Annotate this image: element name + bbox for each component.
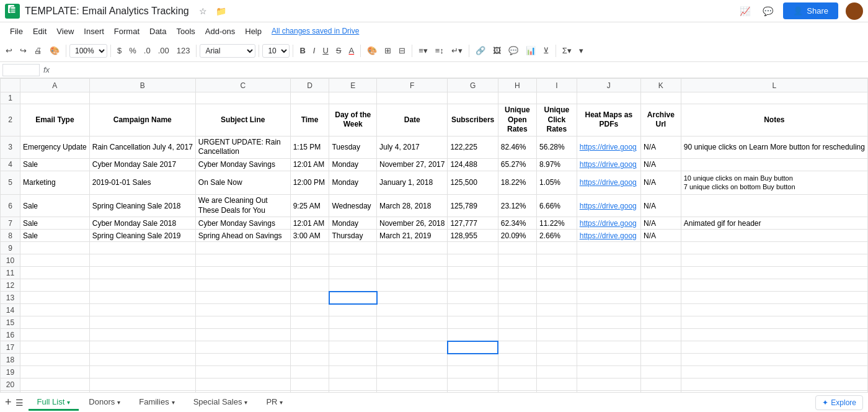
cell-e4[interactable]: Monday	[329, 158, 377, 171]
explore-button[interactable]: ✦ Explore	[815, 395, 863, 410]
cell-empty-10-11[interactable]	[640, 254, 681, 267]
cell-d4[interactable]: 12:01 AM	[290, 158, 329, 171]
cell-i3[interactable]: 56.28%	[536, 136, 577, 158]
cell-empty-13-1[interactable]	[20, 292, 90, 304]
cell-c4[interactable]: Cyber Monday Savings	[195, 158, 290, 171]
cell-empty-18-8[interactable]	[498, 354, 536, 366]
cell-empty-21-10[interactable]	[577, 391, 640, 392]
cell-empty-9-3[interactable]	[195, 242, 290, 254]
cell-h7[interactable]: 62.34%	[498, 217, 536, 230]
cell-h6[interactable]: 23.12%	[498, 194, 536, 217]
cell-empty-14-1[interactable]	[20, 304, 90, 316]
header-date[interactable]: Date	[377, 104, 448, 137]
cell-empty-17-10[interactable]	[577, 341, 640, 354]
cell-empty-13-5[interactable]	[329, 292, 377, 304]
cell-empty-14-11[interactable]	[640, 304, 681, 316]
cell-empty-16-8[interactable]	[498, 329, 536, 341]
cell-e8[interactable]: Thursday	[329, 230, 377, 242]
cell-g4[interactable]: 124,488	[448, 158, 498, 171]
merge-button[interactable]: ⊟	[396, 44, 409, 57]
menu-file[interactable]: File	[5, 25, 28, 37]
cell-empty-13-2[interactable]	[89, 292, 195, 304]
cell-e6[interactable]: Wednesday	[329, 194, 377, 217]
cell-empty-19-10[interactable]	[577, 366, 640, 378]
cell-empty-18-4[interactable]	[290, 354, 329, 366]
cell-j3[interactable]: https://drive.goog	[577, 136, 640, 158]
cell-h3[interactable]: 82.46%	[498, 136, 536, 158]
cell-k7[interactable]: N/A	[640, 217, 681, 230]
menu-tools[interactable]: Tools	[171, 25, 200, 37]
wrap-button[interactable]: ↵▾	[448, 44, 466, 57]
cell-b5[interactable]: 2019-01-01 Sales	[89, 171, 195, 194]
cell-empty-14-8[interactable]	[498, 304, 536, 316]
cell-f8[interactable]: March 21, 2019	[377, 230, 448, 242]
cell-g6[interactable]: 125,789	[448, 194, 498, 217]
cell-empty-12-2[interactable]	[89, 279, 195, 292]
cell-empty-21-6[interactable]	[377, 391, 448, 392]
cell-empty-16-5[interactable]	[329, 329, 377, 341]
cell-empty-12-10[interactable]	[577, 279, 640, 292]
col-header-d[interactable]: D	[290, 79, 329, 92]
cell-a6[interactable]: Sale	[20, 194, 90, 217]
cell-b8[interactable]: Spring Cleaning Sale 2019	[89, 230, 195, 242]
comment-icon[interactable]: 💬	[760, 5, 776, 17]
cell-k5[interactable]: N/A	[640, 171, 681, 194]
cell-empty-15-12[interactable]	[681, 316, 867, 329]
cell-empty-9-6[interactable]	[377, 242, 448, 254]
underline-button[interactable]: U	[319, 44, 331, 57]
header-heat-maps[interactable]: Heat Maps as PDFs	[577, 104, 640, 137]
decimal-dec-button[interactable]: .0	[141, 44, 154, 57]
borders-button[interactable]: ⊞	[381, 44, 394, 57]
cell-empty-10-3[interactable]	[195, 254, 290, 267]
cell-empty-10-7[interactable]	[448, 254, 498, 267]
cell-empty-11-3[interactable]	[195, 267, 290, 279]
cell-h4[interactable]: 65.27%	[498, 158, 536, 171]
cell-j1[interactable]	[577, 92, 640, 104]
font-size-select[interactable]: 10	[262, 44, 290, 58]
link-button[interactable]: 🔗	[472, 44, 489, 57]
cell-empty-20-2[interactable]	[89, 378, 195, 391]
cell-empty-15-6[interactable]	[377, 316, 448, 329]
cell-b6[interactable]: Spring Cleaning Sale 2018	[89, 194, 195, 217]
cell-j6[interactable]: https://drive.goog	[577, 194, 640, 217]
cell-empty-10-12[interactable]	[681, 254, 867, 267]
cell-empty-14-3[interactable]	[195, 304, 290, 316]
cell-empty-21-11[interactable]	[640, 391, 681, 392]
cell-empty-21-8[interactable]	[498, 391, 536, 392]
cell-c8[interactable]: Spring Ahead on Savings	[195, 230, 290, 242]
cell-empty-16-6[interactable]	[377, 329, 448, 341]
cell-empty-12-9[interactable]	[536, 279, 577, 292]
header-click-rates[interactable]: Unique Click Rates	[536, 104, 577, 137]
cell-empty-19-8[interactable]	[498, 366, 536, 378]
cell-f3[interactable]: July 4, 2017	[377, 136, 448, 158]
cell-empty-13-4[interactable]	[290, 292, 329, 304]
cell-a7[interactable]: Sale	[20, 217, 90, 230]
avatar[interactable]	[846, 2, 863, 20]
cell-empty-21-12[interactable]	[681, 391, 867, 392]
fill-color-button[interactable]: 🎨	[364, 44, 380, 57]
cell-empty-18-9[interactable]	[536, 354, 577, 366]
cell-empty-15-11[interactable]	[640, 316, 681, 329]
cell-empty-20-1[interactable]	[20, 378, 90, 391]
cell-empty-17-6[interactable]	[377, 341, 448, 354]
cell-empty-13-6[interactable]	[377, 292, 448, 304]
menu-format[interactable]: Format	[109, 25, 144, 37]
cell-empty-18-5[interactable]	[329, 354, 377, 366]
cell-empty-10-2[interactable]	[89, 254, 195, 267]
cell-e7[interactable]: Monday	[329, 217, 377, 230]
col-header-e[interactable]: E	[329, 79, 377, 92]
cell-empty-20-7[interactable]	[448, 378, 498, 391]
cell-empty-9-8[interactable]	[498, 242, 536, 254]
menu-help[interactable]: Help	[240, 25, 267, 37]
menu-addons[interactable]: Add-ons	[200, 25, 240, 37]
cell-empty-10-4[interactable]	[290, 254, 329, 267]
cell-empty-14-4[interactable]	[290, 304, 329, 316]
sheet-tab-special-sales[interactable]: Special Sales▾	[185, 395, 257, 409]
cell-empty-11-8[interactable]	[498, 267, 536, 279]
cell-empty-10-8[interactable]	[498, 254, 536, 267]
cell-f4[interactable]: November 27, 2017	[377, 158, 448, 171]
cell-empty-18-6[interactable]	[377, 354, 448, 366]
cell-empty-14-6[interactable]	[377, 304, 448, 316]
valign-button[interactable]: ≡↕	[432, 44, 447, 57]
bold-button[interactable]: B	[296, 44, 308, 57]
